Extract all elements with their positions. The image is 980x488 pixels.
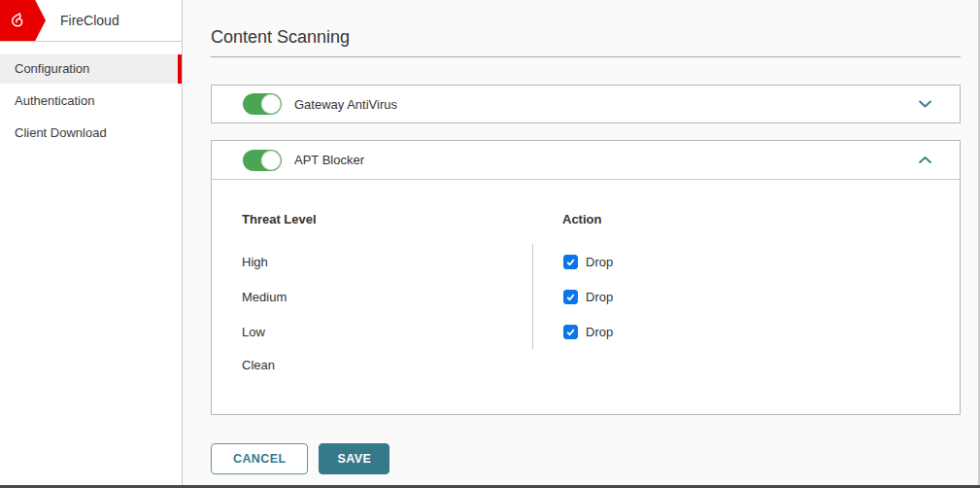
apt-blocker-settings: Threat Level Action High Drop Medium [212,180,960,414]
chevron-down-icon[interactable] [918,100,932,109]
brand-banner [0,0,46,41]
action-buttons: CANCEL SAVE [211,443,980,474]
apt-blocker-toggle[interactable] [243,150,282,171]
brand-name: FireCloud [60,0,119,41]
column-header-action: Action [562,212,601,227]
firecloud-window: FireCloud Configuration Authentication C… [0,0,980,488]
toggle-knob [261,151,281,170]
sidebar-item-authentication[interactable]: Authentication [0,87,182,116]
drop-checkbox-label: Drop [586,325,613,339]
panel-apt-blocker: APT Blocker Threat Level Action High [211,140,961,415]
threat-level-label: Clean [242,358,275,372]
drop-checkbox-medium[interactable] [563,290,578,304]
check-icon [565,257,576,267]
threat-level-label: High [242,255,268,269]
threat-level-label: Medium [242,290,287,304]
cancel-button[interactable]: CANCEL [211,443,308,474]
action-cell: Drop [563,290,613,304]
title-block: Content Scanning [211,0,961,57]
table-row-high: High Drop [212,248,960,275]
sidebar-header: FireCloud [0,0,182,42]
flame-icon [0,10,28,31]
main-content: Content Scanning Gateway AntiVirus APT B… [183,0,980,488]
chevron-up-icon[interactable] [918,156,932,164]
page-title: Content Scanning [211,27,961,48]
check-icon [565,292,576,302]
table-row-clean: Clean [212,351,960,378]
panel-gateway-antivirus-header[interactable]: Gateway AntiVirus [212,86,960,122]
sidebar-item-configuration[interactable]: Configuration [0,54,182,84]
panel-apt-blocker-label: APT Blocker [294,153,364,167]
threat-level-label: Low [242,325,265,339]
toggle-knob [261,94,281,114]
drop-checkbox-label: Drop [586,290,613,304]
sidebar: FireCloud Configuration Authentication C… [0,0,183,488]
check-icon [565,327,576,337]
drop-checkbox-low[interactable] [563,325,578,339]
drop-checkbox-high[interactable] [563,255,578,269]
sidebar-item-client-download[interactable]: Client Download [0,119,182,148]
action-cell: Drop [563,325,613,339]
panel-apt-blocker-header[interactable]: APT Blocker [212,141,960,180]
column-header-threat-level: Threat Level [242,212,317,227]
table-row-medium: Medium Drop [212,283,960,310]
table-header-row: Threat Level Action [212,212,960,227]
action-cell: Drop [563,255,613,269]
save-button[interactable]: SAVE [319,443,389,474]
table-row-low: Low Drop [212,318,960,345]
panel-gateway-antivirus: Gateway AntiVirus [211,85,961,123]
gateway-antivirus-toggle[interactable] [243,93,282,115]
panel-gateway-antivirus-label: Gateway AntiVirus [294,97,397,112]
drop-checkbox-label: Drop [586,255,613,269]
sidebar-nav: Configuration Authentication Client Down… [0,54,182,148]
